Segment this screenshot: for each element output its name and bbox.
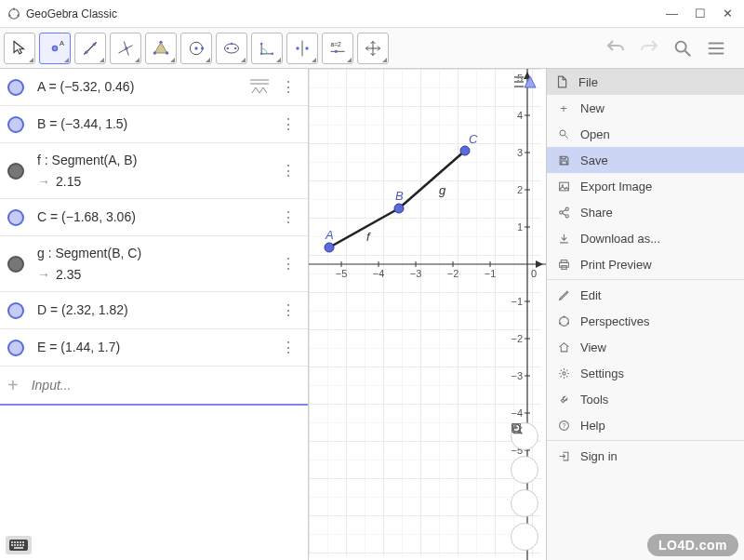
image-icon <box>556 179 571 193</box>
visibility-toggle[interactable] <box>7 302 24 319</box>
tool-slider[interactable]: a=2 <box>322 33 353 64</box>
svg-point-19 <box>201 47 204 49</box>
algebra-row[interactable]: C = (−1.68, 3.06) ⋮ <box>0 199 308 236</box>
point-A[interactable] <box>325 243 334 252</box>
signin-icon <box>556 448 571 463</box>
visibility-toggle[interactable] <box>7 340 24 356</box>
algebra-row[interactable]: E = (1.44, 1.7) ⋮ <box>0 329 308 367</box>
menu-sign-in[interactable]: Sign in <box>547 443 744 469</box>
virtual-keyboard-button[interactable] <box>6 536 32 554</box>
algebra-input-row[interactable]: + <box>0 367 308 406</box>
svg-text:?: ? <box>562 422 565 429</box>
window-controls: — ☐ ✕ <box>666 7 733 20</box>
tool-point[interactable]: A <box>39 33 71 64</box>
algebra-row[interactable]: A = (−5.32, 0.46) ⋮ <box>0 69 308 106</box>
svg-rect-107 <box>14 541 16 543</box>
menu-share[interactable]: Share <box>547 199 744 225</box>
menu-help[interactable]: ?Help <box>547 412 744 438</box>
algebra-row[interactable]: g : Segment(B, C) →2.35 ⋮ <box>0 236 308 292</box>
svg-point-28 <box>296 47 299 49</box>
toolbar: A a=2 <box>0 28 744 69</box>
svg-point-8 <box>85 50 87 53</box>
graph-float-buttons <box>511 422 538 551</box>
svg-line-87 <box>565 136 568 139</box>
svg-rect-106 <box>11 541 13 543</box>
algebra-row[interactable]: B = (−3.44, 1.5) ⋮ <box>0 106 308 143</box>
tool-line[interactable] <box>74 33 106 64</box>
point-C[interactable] <box>460 146 470 155</box>
svg-point-99 <box>563 315 565 317</box>
maximize-button[interactable]: ☐ <box>695 7 706 20</box>
hamburger-menu-button[interactable] <box>703 35 729 61</box>
search-button[interactable] <box>670 35 696 61</box>
search-icon <box>556 127 571 141</box>
zoom-out-button[interactable] <box>511 489 538 517</box>
svg-rect-114 <box>20 544 21 546</box>
svg-point-32 <box>335 49 338 52</box>
algebra-row[interactable]: D = (2.32, 1.82) ⋮ <box>0 292 308 329</box>
menu-settings[interactable]: Settings <box>547 360 744 386</box>
tool-ellipse[interactable] <box>216 33 247 64</box>
label-g: g <box>439 183 446 197</box>
menu-perspectives[interactable]: Perspectives <box>547 308 744 334</box>
point-B[interactable] <box>394 204 404 213</box>
tool-move[interactable] <box>4 33 35 64</box>
svg-rect-108 <box>17 541 19 543</box>
close-button[interactable]: ✕ <box>723 7 733 20</box>
row-more-icon[interactable]: ⋮ <box>275 255 300 273</box>
menu-download-as[interactable]: Download as... <box>547 225 744 251</box>
menu-separator <box>547 279 744 280</box>
tool-polygon[interactable] <box>145 33 177 64</box>
menu-open[interactable]: Open <box>547 121 744 147</box>
graphics-view[interactable]: −5−4−3−2−10 54321 −1−2−3−4−5 A <box>309 69 546 560</box>
svg-point-23 <box>231 42 233 45</box>
row-more-icon[interactable]: ⋮ <box>275 162 300 180</box>
symbolic-toggle-icon[interactable] <box>248 78 271 95</box>
row-more-icon[interactable]: ⋮ <box>275 115 300 133</box>
menu-save[interactable]: Save <box>547 147 744 173</box>
row-more-icon[interactable]: ⋮ <box>275 339 300 356</box>
visibility-toggle[interactable] <box>7 163 24 180</box>
redo-button[interactable] <box>636 35 662 61</box>
tool-move-view[interactable] <box>357 33 389 64</box>
svg-rect-109 <box>20 541 21 543</box>
menu-export-image[interactable]: Export Image <box>547 173 744 199</box>
svg-rect-112 <box>14 544 16 546</box>
tool-reflect[interactable] <box>286 33 318 64</box>
tool-angle[interactable] <box>251 33 283 64</box>
algebra-input[interactable] <box>32 378 300 393</box>
svg-point-102 <box>562 371 565 374</box>
svg-point-18 <box>194 47 197 49</box>
algebra-expr: E = (1.44, 1.7) <box>37 337 275 357</box>
fullscreen-button[interactable] <box>511 523 538 551</box>
menu-view[interactable]: View <box>547 334 744 360</box>
menu-tools[interactable]: Tools <box>547 386 744 412</box>
wrench-icon <box>556 392 571 407</box>
visibility-toggle[interactable] <box>7 116 24 133</box>
menu-new[interactable]: +New <box>547 95 744 121</box>
visibility-toggle[interactable] <box>7 256 24 273</box>
row-more-icon[interactable]: ⋮ <box>275 208 300 226</box>
menu-file-header[interactable]: File <box>547 69 744 95</box>
row-more-icon[interactable]: ⋮ <box>275 301 300 319</box>
svg-point-14 <box>159 40 162 43</box>
minimize-button[interactable]: — <box>666 7 678 20</box>
save-icon <box>556 153 571 167</box>
menu-edit[interactable]: Edit <box>547 282 744 308</box>
svg-point-5 <box>53 47 56 49</box>
menu-print-preview[interactable]: Print Preview <box>547 251 744 277</box>
svg-point-12 <box>125 47 127 49</box>
row-more-icon[interactable]: ⋮ <box>275 78 300 96</box>
svg-rect-113 <box>17 544 19 546</box>
app-icon <box>7 7 20 20</box>
undo-button[interactable] <box>603 35 629 61</box>
algebra-row[interactable]: f : Segment(A, B) →2.15 ⋮ <box>0 143 308 199</box>
stylebar-toggle[interactable] <box>512 73 538 95</box>
visibility-toggle[interactable] <box>7 209 24 226</box>
svg-point-98 <box>559 316 568 326</box>
tool-circle[interactable] <box>180 33 212 64</box>
visibility-toggle[interactable] <box>7 79 24 96</box>
zoom-in-button[interactable] <box>511 456 538 484</box>
tool-perpendicular[interactable] <box>110 33 141 64</box>
svg-point-33 <box>676 41 686 51</box>
